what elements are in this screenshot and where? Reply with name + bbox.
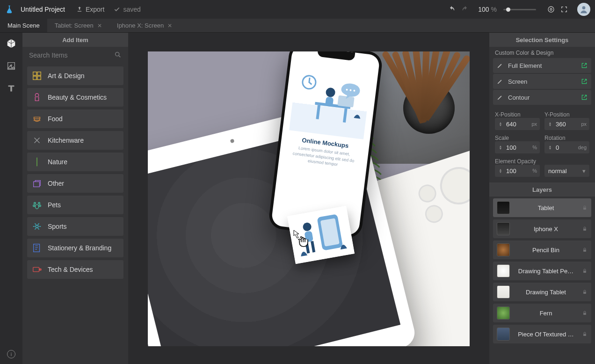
category-icon (32, 135, 42, 146)
svg-rect-25 (325, 96, 334, 107)
category-label: Other (48, 180, 64, 187)
artboard[interactable]: Online Mockups Lorem ipsum dolor sit ame… (148, 51, 470, 346)
user-avatar[interactable] (577, 3, 590, 16)
layer-pencil-bin[interactable]: Pencil Bin (493, 240, 591, 259)
tool-upload[interactable] (5, 60, 17, 72)
svg-rect-42 (583, 334, 586, 336)
category-art-design[interactable]: Art & Design (27, 66, 123, 85)
layer-tablet[interactable]: Tablet (493, 198, 591, 217)
category-pets[interactable]: Pets (27, 196, 123, 214)
category-label: Sports (48, 223, 66, 230)
svg-rect-4 (33, 72, 36, 75)
design-row-contour[interactable]: Contour (493, 90, 591, 105)
pencil-icon (497, 94, 503, 101)
category-sports[interactable]: Sports (27, 217, 123, 236)
right-panel: Selection Settings Custom Color & Design… (489, 33, 595, 364)
drag-preview[interactable] (287, 206, 355, 264)
svg-point-12 (33, 205, 35, 207)
svg-point-24 (325, 87, 335, 97)
layer-thumb (497, 243, 510, 256)
xpos-label: X-Position (495, 111, 540, 118)
layer-piece-of-textured-[interactable]: Piece Of Textured … (493, 325, 591, 343)
svg-rect-37 (583, 229, 586, 231)
close-icon[interactable]: ✕ (167, 22, 172, 29)
tab-2[interactable]: Iphone X: Screen✕ (109, 19, 180, 32)
tool-items[interactable] (5, 37, 17, 50)
canvas[interactable]: Online Mockups Lorem ipsum dolor sit ame… (128, 33, 489, 364)
svg-point-11 (38, 203, 40, 204)
layer-drawing-tablet[interactable]: Drawing Tablet (493, 283, 591, 301)
layer-list: TabletIphone XPencil BinDrawing Tablet P… (489, 197, 595, 364)
category-other[interactable]: Other (27, 174, 123, 193)
info-button[interactable]: i (7, 350, 15, 358)
app-logo-icon (5, 5, 14, 14)
category-food[interactable]: Food (27, 109, 123, 128)
close-icon[interactable]: ✕ (97, 22, 102, 29)
search-placeholder: Search Items (29, 51, 67, 59)
xpos-input[interactable]: ▲▼640px (495, 118, 540, 130)
category-nature[interactable]: Nature (27, 153, 123, 171)
design-row-screen[interactable]: Screen (493, 74, 591, 89)
external-icon[interactable] (581, 78, 588, 85)
lock-icon[interactable] (582, 331, 588, 337)
blend-mode-select[interactable]: normal▾ (544, 165, 589, 177)
layer-name: Iphone X (515, 226, 577, 233)
tool-text[interactable] (5, 82, 17, 95)
category-stationery-branding[interactable]: Stationery & Branding (27, 239, 123, 257)
category-beauty-cosmetics[interactable]: Beauty & Cosmetics (27, 88, 123, 107)
lock-icon[interactable] (582, 226, 588, 232)
zoom-slider[interactable] (503, 9, 536, 10)
layer-thumb (497, 222, 510, 235)
scene-pencil-bin[interactable] (381, 51, 470, 140)
selection-header: Selection Settings (489, 33, 595, 47)
svg-rect-38 (583, 250, 586, 252)
lock-icon[interactable] (582, 289, 588, 295)
undo-button[interactable] (447, 5, 457, 14)
lock-icon[interactable] (582, 268, 588, 274)
svg-rect-16 (34, 244, 40, 252)
category-icon (32, 243, 42, 253)
project-title[interactable]: Untitled Project (21, 6, 65, 13)
tab-0[interactable]: Main Scene (0, 19, 47, 32)
category-icon (32, 92, 42, 102)
design-row-full-element[interactable]: Full Element (493, 58, 591, 73)
category-kitchenware[interactable]: Kitchenware (27, 131, 123, 150)
redo-button[interactable] (460, 5, 470, 14)
lock-icon[interactable] (582, 205, 588, 211)
svg-rect-7 (37, 76, 41, 80)
fullscreen-button[interactable] (559, 5, 569, 14)
svg-point-2 (582, 6, 586, 9)
saved-label: saved (123, 6, 140, 13)
center-view-button[interactable] (546, 5, 556, 14)
lock-icon[interactable] (582, 247, 588, 253)
pencil-icon (497, 78, 503, 85)
svg-rect-39 (583, 271, 586, 273)
category-icon (32, 200, 42, 210)
category-tech-devices[interactable]: Tech & Devices (27, 260, 123, 279)
svg-point-10 (34, 203, 36, 204)
design-row-label: Contour (508, 94, 530, 101)
layer-name: Pencil Bin (515, 247, 577, 254)
lock-icon[interactable] (582, 310, 588, 316)
svg-rect-17 (33, 267, 39, 271)
rot-input[interactable]: ▲▼0deg (544, 141, 589, 153)
external-icon[interactable] (581, 94, 588, 101)
layer-drawing-tablet-pe-[interactable]: Drawing Tablet Pe… (493, 262, 591, 280)
layer-iphone-x[interactable]: Iphone X (493, 219, 591, 238)
custom-color-label: Custom Color & Design (489, 47, 595, 57)
export-button[interactable]: Export (76, 6, 104, 13)
external-icon[interactable] (581, 62, 588, 69)
category-icon (32, 178, 42, 189)
layer-thumb (497, 328, 510, 341)
search-input[interactable]: Search Items (22, 47, 128, 64)
svg-rect-5 (37, 72, 41, 75)
ypos-input[interactable]: ▲▼360px (544, 118, 589, 130)
tab-1[interactable]: Tablet: Screen✕ (47, 19, 109, 32)
layer-name: Drawing Tablet (515, 289, 577, 296)
layer-fern[interactable]: Fern (493, 304, 591, 322)
opacity-input[interactable]: ▲▼100% (495, 165, 540, 177)
scale-input[interactable]: ▲▼100% (495, 141, 540, 153)
layers-header: Layers (489, 182, 595, 197)
svg-point-0 (550, 8, 552, 10)
layer-thumb (497, 264, 510, 277)
